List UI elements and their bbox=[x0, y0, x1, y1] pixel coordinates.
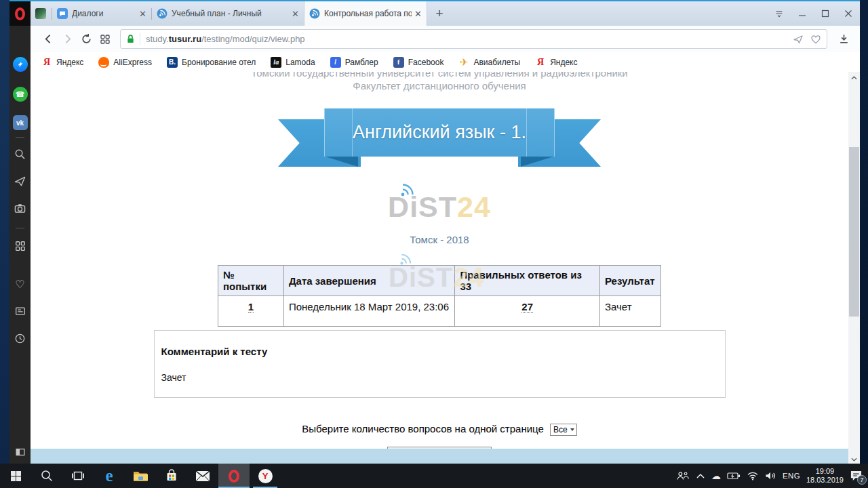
address-toolbar: study.tusur.ru/testing/mod/quiz/view.php bbox=[31, 26, 860, 52]
course-title-ribbon: Английский язык - 1. bbox=[278, 108, 601, 168]
tray-chevron-up-icon[interactable] bbox=[696, 472, 705, 479]
result-cell: Зачет bbox=[599, 296, 660, 327]
airplane-icon: ✈ bbox=[458, 57, 469, 68]
page-content: Томский государственный университет сист… bbox=[31, 72, 848, 465]
lamoda-icon: la bbox=[271, 57, 281, 68]
correct-answers-link[interactable]: 27 bbox=[521, 301, 533, 313]
taskbar-clock[interactable]: 19:09 18.03.2019 bbox=[806, 467, 844, 485]
bookmark-booking[interactable]: B.Бронирование отел bbox=[167, 57, 256, 68]
whatsapp-icon[interactable]: ☎ bbox=[9, 87, 31, 102]
vk-icon[interactable]: vk bbox=[9, 115, 31, 130]
onedrive-cloud-icon[interactable]: ☁ bbox=[711, 470, 721, 481]
messenger-icon[interactable] bbox=[9, 57, 31, 72]
booking-icon: B. bbox=[167, 57, 178, 68]
attempts-table: № попытки Дата завершения Правильных отв… bbox=[218, 265, 661, 327]
attempt-link[interactable]: 1 bbox=[248, 301, 254, 313]
task-view-button[interactable] bbox=[62, 464, 94, 488]
speed-dial-grid-icon[interactable] bbox=[96, 30, 115, 49]
start-button[interactable] bbox=[0, 464, 31, 488]
taskbar-edge-button[interactable]: e bbox=[94, 464, 125, 488]
close-window-button[interactable] bbox=[837, 1, 860, 26]
bookmark-aliexpress[interactable]: AliExpress bbox=[98, 57, 152, 68]
opera-sidebar: ☎ vk ♡ bbox=[9, 1, 31, 464]
scroll-up-icon[interactable] bbox=[848, 72, 860, 83]
dist24-logo: DiST24 bbox=[388, 192, 491, 222]
sidebar-divider bbox=[16, 228, 24, 228]
minimize-button[interactable] bbox=[791, 1, 814, 26]
comment-title: Комментарий к тесту bbox=[161, 346, 718, 357]
bookmark-aviabilety[interactable]: ✈Авиабилеты bbox=[458, 57, 520, 68]
col-date: Дата завершения bbox=[283, 266, 454, 296]
bookmark-rambler[interactable]: /Рамблер bbox=[330, 57, 378, 68]
tab-uchebny-plan[interactable]: Учебный план - Личный ✕ bbox=[152, 1, 304, 26]
bookmark-yandex-2[interactable]: ЯЯндекс bbox=[535, 57, 577, 68]
dist24-favicon bbox=[309, 8, 320, 19]
tab-bar: Диалоги ✕ Учебный план - Личный ✕ Контро… bbox=[31, 1, 860, 26]
rambler-icon: / bbox=[330, 57, 341, 68]
address-divider bbox=[140, 33, 140, 45]
taskbar-yandex-button[interactable]: Y bbox=[250, 464, 281, 488]
opera-logo-icon bbox=[15, 7, 25, 20]
close-tab-icon[interactable]: ✕ bbox=[414, 9, 422, 18]
new-tab-button[interactable]: + bbox=[431, 6, 448, 21]
tab-menu-icon[interactable] bbox=[768, 1, 791, 26]
yandex-icon: Я bbox=[535, 57, 546, 68]
tab-title: Диалоги bbox=[72, 9, 136, 18]
close-tab-icon[interactable]: ✕ bbox=[139, 9, 146, 18]
bookmarks-heart-icon[interactable]: ♡ bbox=[9, 278, 31, 291]
taskbar-store-button[interactable] bbox=[156, 464, 187, 488]
chat-bubble-icon bbox=[57, 8, 68, 19]
my-flow-icon[interactable] bbox=[9, 175, 31, 188]
bookmark-heart-icon[interactable] bbox=[810, 34, 821, 45]
send-to-flow-icon[interactable] bbox=[793, 34, 804, 45]
language-indicator[interactable]: ENG bbox=[783, 472, 800, 480]
forward-icon[interactable] bbox=[58, 30, 77, 49]
tab-dialogi[interactable]: Диалоги ✕ bbox=[52, 1, 151, 26]
search-icon[interactable] bbox=[9, 148, 31, 161]
snapshot-camera-icon[interactable] bbox=[9, 202, 31, 215]
back-icon[interactable] bbox=[39, 30, 58, 49]
page-footer-strip bbox=[31, 449, 848, 465]
taskbar-mail-button[interactable] bbox=[187, 464, 218, 488]
folder-icon bbox=[133, 470, 148, 482]
bookmark-lamoda[interactable]: laLamoda bbox=[271, 57, 315, 68]
bookmark-facebook[interactable]: fFacebook bbox=[393, 57, 444, 68]
downloads-icon[interactable] bbox=[834, 30, 853, 49]
address-bar[interactable]: study.tusur.ru/testing/mod/quiz/view.php bbox=[120, 29, 827, 49]
action-center-button[interactable]: 7 bbox=[850, 470, 863, 482]
vertical-scrollbar[interactable] bbox=[848, 72, 860, 465]
yandex-browser-icon: Y bbox=[258, 469, 273, 483]
windows-taskbar: e Y ☁ ENG 19:09 18.03.2019 bbox=[0, 464, 868, 488]
pinned-tab[interactable] bbox=[35, 8, 46, 19]
speaker-icon[interactable] bbox=[765, 471, 776, 481]
speed-dial-icon[interactable] bbox=[9, 240, 31, 252]
url-text: study.tusur.ru/testing/mod/quiz/view.php bbox=[146, 34, 787, 44]
taskbar-search-button[interactable] bbox=[31, 464, 62, 488]
browser-window: ☎ vk ♡ bbox=[9, 0, 860, 464]
battery-charging-icon[interactable] bbox=[727, 471, 741, 481]
city-year-subtitle: Томск - 2018 bbox=[31, 234, 848, 245]
close-tab-icon[interactable]: ✕ bbox=[292, 9, 299, 18]
bookmarks-bar: ЯЯндекс AliExpress B.Бронирование отел l… bbox=[31, 52, 860, 72]
history-clock-icon[interactable] bbox=[9, 332, 31, 345]
questions-per-page-select[interactable]: Все bbox=[550, 424, 577, 436]
reload-icon[interactable] bbox=[77, 30, 96, 49]
scrollbar-thumb[interactable] bbox=[849, 147, 859, 317]
finish-date-cell: Понедельник 18 Март 2019, 23:06 bbox=[283, 296, 454, 327]
taskbar-explorer-button[interactable] bbox=[125, 464, 156, 488]
news-icon[interactable] bbox=[9, 305, 31, 317]
taskbar-opera-button[interactable] bbox=[218, 464, 250, 488]
comment-body: Зачет bbox=[161, 372, 718, 383]
wifi-icon[interactable] bbox=[747, 471, 759, 481]
opera-menu-button[interactable] bbox=[9, 1, 31, 26]
bookmark-yandex[interactable]: ЯЯндекс bbox=[41, 57, 83, 68]
sidebar-setup-icon[interactable] bbox=[9, 446, 31, 458]
maximize-button[interactable] bbox=[814, 1, 837, 26]
people-icon[interactable] bbox=[676, 470, 690, 481]
university-name: Томский государственный университет сист… bbox=[31, 72, 848, 79]
opera-icon bbox=[229, 470, 239, 483]
edge-icon: e bbox=[105, 466, 113, 485]
tab-kontrolnaya-active[interactable]: Контрольная работа по д ✕ bbox=[304, 1, 427, 26]
task-view-icon bbox=[71, 469, 85, 483]
aliexpress-icon bbox=[98, 57, 109, 68]
